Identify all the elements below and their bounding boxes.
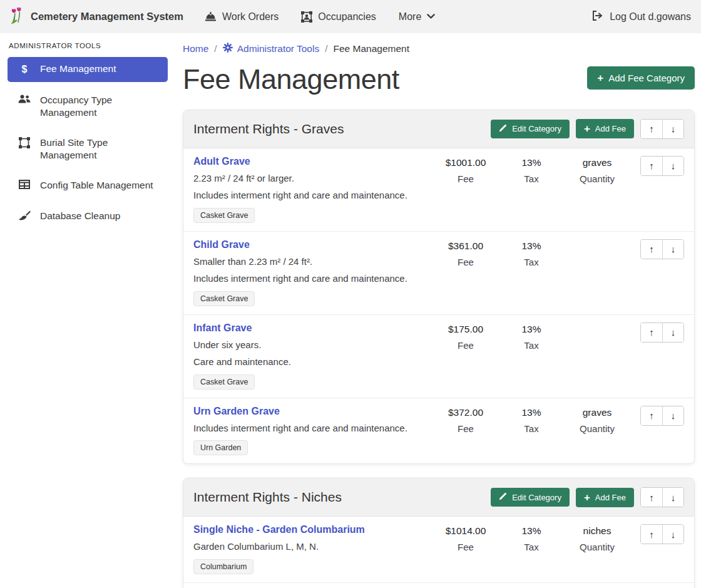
fee-reorder-controls: ↑ ↓ — [640, 524, 684, 544]
move-fee-up-button[interactable]: ↑ — [641, 240, 662, 259]
fee-name-link[interactable]: Infant Grave — [193, 322, 252, 334]
table-icon — [18, 179, 31, 189]
category-reorder-controls: ↑ ↓ — [640, 487, 684, 507]
tax-rate: 13% — [500, 324, 563, 335]
move-fee-up-button[interactable]: ↑ — [641, 157, 662, 175]
fee-amount-label: Fee — [431, 542, 500, 552]
nav-work-orders[interactable]: Work Orders — [205, 11, 279, 23]
fee-type-badge: Urn Garden — [193, 440, 248, 455]
tax-label: Tax — [500, 542, 563, 552]
tax-label: Tax — [500, 173, 563, 184]
move-fee-down-button[interactable]: ↓ — [662, 406, 683, 425]
fee-name-link[interactable]: Urn Garden Grave — [193, 406, 280, 417]
sidebar-item-fee-management[interactable]: $ Fee Management — [8, 57, 168, 82]
category-reorder-controls: ↑ ↓ — [640, 119, 684, 139]
move-category-down-button[interactable]: ↓ — [662, 120, 683, 138]
fee-description: Care and maintenance. — [193, 356, 426, 368]
add-fee-button[interactable]: + Add Fee — [576, 119, 634, 138]
page-title: Fee Management — [183, 63, 399, 96]
move-category-up-button[interactable]: ↑ — [641, 488, 662, 507]
fee-amount: $1014.00 — [431, 525, 500, 537]
fee-description: Includes interment right and care and ma… — [193, 189, 426, 202]
sidebar-item-label: Burial Site Type Management — [40, 137, 161, 162]
category-title: Interment Rights - Niches — [193, 490, 484, 505]
fee-name-link[interactable]: Child Grave — [193, 239, 250, 250]
fee-reorder-controls: ↑ ↓ — [640, 239, 684, 259]
fee-amount-label: Fee — [431, 423, 500, 434]
breadcrumb-admin-tools-label: Administrator Tools — [237, 43, 320, 54]
brand-home-link[interactable]: Cemetery Management System — [10, 7, 183, 27]
sidebar-item-label: Database Cleanup — [40, 210, 120, 222]
tax-rate: 13% — [500, 240, 563, 252]
nav-item-label: Occupancies — [318, 11, 376, 23]
add-fee-category-button[interactable]: + Add Fee Category — [587, 66, 695, 90]
top-navbar: Cemetery Management System Work Orders — [0, 0, 701, 33]
quantity-label: Quantity — [563, 173, 632, 184]
category-header: Interment Rights - Niches Edit Category … — [183, 478, 694, 517]
fee-type-badge: Columbarium — [193, 559, 253, 574]
quantity-unit: graves — [563, 407, 632, 418]
move-fee-up-button[interactable]: ↑ — [641, 525, 662, 544]
breadcrumb-separator: / — [325, 43, 327, 54]
breadcrumb-admin-tools-link[interactable]: Administrator Tools — [223, 43, 320, 55]
fee-amount: $361.00 — [431, 240, 500, 252]
move-fee-up-button[interactable]: ↑ — [641, 406, 662, 425]
fee-category-card-niches: Interment Rights - Niches Edit Category … — [183, 478, 695, 588]
sidebar-item-occupancy-type-management[interactable]: Occupancy Type Management — [8, 88, 168, 125]
sidebar-item-config-table-management[interactable]: Config Table Management — [8, 173, 168, 197]
fee-row-child-grave: Child Grave Smaller than 2.23 m² / 24 ft… — [183, 232, 694, 315]
fee-description: Includes interment right and care and ma… — [193, 422, 426, 435]
fee-name-link[interactable]: Adult Grave — [193, 156, 250, 167]
fee-name-link[interactable]: Single Niche - Garden Columbarium — [193, 524, 365, 535]
fee-description: Garden Columbarium L, M, N. — [193, 540, 426, 553]
sidebar-item-burial-site-type-management[interactable]: Burial Site Type Management — [8, 131, 168, 167]
fee-type-badge: Casket Grave — [193, 374, 255, 389]
move-fee-down-button[interactable]: ↓ — [662, 525, 683, 544]
edit-category-button[interactable]: Edit Category — [491, 120, 570, 138]
fee-reorder-controls: ↑ ↓ — [640, 406, 684, 426]
logout-button[interactable]: Log Out d.gowans — [592, 11, 691, 23]
breadcrumb-current: Fee Management — [334, 43, 410, 54]
fee-type-badge: Casket Grave — [193, 291, 255, 306]
fee-category-card-graves: Interment Rights - Graves Edit Category … — [183, 110, 695, 465]
app-title: Cemetery Management System — [31, 11, 183, 23]
quantity-unit: niches — [563, 525, 632, 537]
move-fee-down-button[interactable]: ↓ — [662, 323, 683, 342]
breadcrumb: Home / — [183, 43, 695, 55]
quantity-label: Quantity — [563, 542, 632, 552]
quantity-label: Quantity — [563, 423, 632, 434]
fee-row-urn-garden-grave: Urn Garden Grave Includes interment righ… — [183, 398, 694, 464]
fee-row-single-niche: Single Niche - Garden Columbarium Garden… — [183, 517, 694, 583]
sidebar-section-title: Administrator Tools — [9, 42, 175, 49]
breadcrumb-home-link[interactable]: Home — [183, 43, 208, 54]
main-content: Home / — [175, 33, 701, 588]
occupancy-frame-icon — [301, 11, 312, 23]
users-icon — [18, 94, 31, 104]
tulip-logo-icon — [10, 7, 24, 27]
dollar-icon: $ — [18, 63, 31, 76]
tax-rate: 13% — [500, 525, 563, 537]
move-category-up-button[interactable]: ↑ — [641, 120, 662, 138]
nav-more-dropdown[interactable]: More — [399, 11, 435, 23]
nav-occupancies[interactable]: Occupancies — [301, 11, 376, 23]
add-fee-button[interactable]: + Add Fee — [576, 488, 634, 507]
sidebar-item-label: Occupancy Type Management — [40, 94, 161, 119]
nav-item-label: Work Orders — [222, 11, 279, 23]
fee-description: Under six years. — [193, 339, 426, 351]
sidebar-item-label: Fee Management — [40, 63, 116, 75]
app-window: Cemetery Management System Work Orders — [0, 0, 701, 588]
move-fee-up-button[interactable]: ↑ — [641, 323, 662, 342]
pencil-icon — [499, 492, 507, 502]
fee-amount: $1001.00 — [431, 157, 500, 168]
move-fee-down-button[interactable]: ↓ — [662, 240, 683, 259]
tax-rate: 13% — [500, 407, 563, 418]
edit-category-button[interactable]: Edit Category — [491, 488, 570, 507]
move-category-down-button[interactable]: ↓ — [662, 488, 683, 507]
fee-amount: $372.00 — [431, 407, 500, 418]
fee-type-badge: Casket Grave — [193, 208, 255, 223]
nav-item-label: More — [399, 11, 421, 23]
sidebar-item-database-cleanup[interactable]: Database Cleanup — [8, 204, 168, 228]
chevron-down-icon — [427, 14, 435, 19]
move-fee-down-button[interactable]: ↓ — [662, 157, 683, 175]
fee-reorder-controls: ↑ ↓ — [640, 156, 684, 176]
